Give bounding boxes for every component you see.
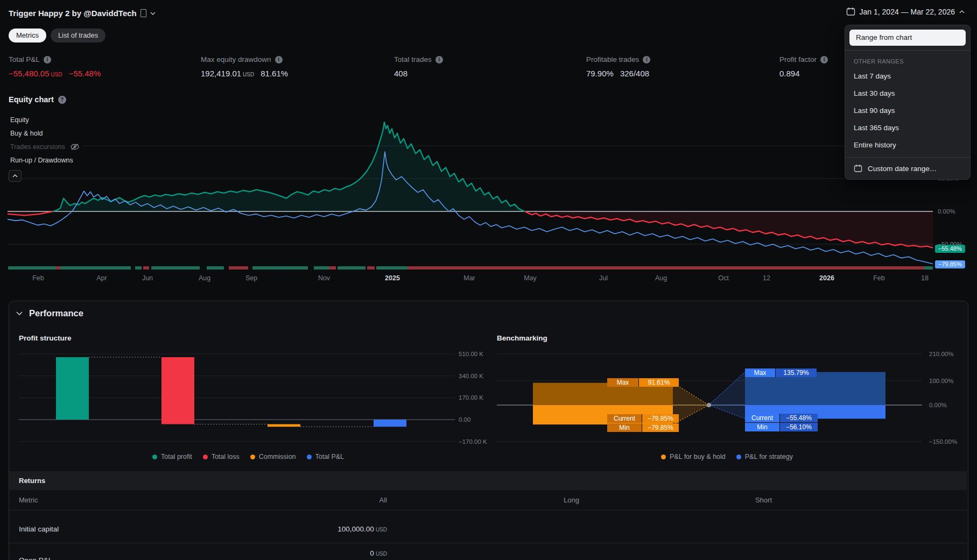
metric-currency: USD [243,72,254,77]
dropdown-divider [845,50,970,51]
dropdown-divider [845,157,970,158]
value: 100,000.00 [338,525,374,533]
profit-structure-title: Profit structure [19,334,72,342]
returns-title: Returns [19,471,967,490]
dropdown-item-last-365-days[interactable]: Last 365 days [845,119,970,137]
chevron-up-icon [959,10,965,13]
legend-label: Commission [259,453,296,460]
dropdown-item-last-30-days[interactable]: Last 30 days [845,85,970,102]
svg-text:0.00%: 0.00% [938,208,955,215]
lock-icon [140,9,146,17]
legend-label: Total profit [161,453,192,460]
col-header-all: All [226,496,387,504]
collapse-legend-button[interactable] [9,170,22,182]
legend-label: P&L for buy & hold [670,453,726,460]
performance-card [9,301,968,560]
value: 0 [370,549,374,557]
unit: USD [376,527,387,533]
calendar-icon [846,7,855,16]
chip-value: −79.85% [642,414,679,423]
svg-text:Aug: Aug [655,274,667,282]
metric-total-pnl: Total P&Li −55,480.05USD−55.48% [9,55,101,78]
metric-label: Profit factor [779,55,817,63]
performance-section-header[interactable]: Performance [16,308,83,318]
metric-value: 192,419.01 [201,69,241,78]
total-profit-dot [152,455,157,459]
buyhold-dot [661,455,666,459]
dropdown-item-custom-date-range[interactable]: Custom date range… [845,159,970,176]
row-initial-capital-label: Initial capital [19,525,59,533]
dropdown-item-last-7-days[interactable]: Last 7 days [845,68,970,85]
benchmark-buyhold-current-chip: Current −79.85% [607,414,679,423]
chevron-down-icon[interactable] [150,12,156,15]
row-open-pnl-value: 0USD [226,549,387,557]
svg-text:Nov: Nov [318,274,331,282]
legend-label: Trades excursions [10,143,65,151]
legend-item-runup-drawdowns[interactable]: Run-up / Drawdowns [8,156,76,165]
performance-title: Performance [29,308,83,318]
table-divider [9,543,967,543]
metric-profit-factor: Profit factori 0.894 [779,55,828,78]
benchmarking-legend: P&L for buy & hold P&L for strategy [661,453,793,460]
col-header-short: Short [610,496,772,504]
svg-text:Jul: Jul [599,274,608,282]
chip-value: 135.79% [776,368,817,377]
svg-text:May: May [524,274,537,282]
strategy-title-row: Trigger Happy 2 by @DaviddTech [9,9,156,18]
chip-value: −56.10% [780,423,818,431]
metric-profitable-trades: Profitable tradesi 79.90%326/408 [586,55,650,78]
chevron-up-icon [12,174,18,178]
metric-extra: 81.61% [261,69,288,78]
date-range-selector[interactable]: Jan 1, 2024 — Mar 22, 2026 [846,7,965,16]
legend-label: Equity [10,116,29,124]
tab-metrics[interactable]: Metrics [9,29,46,42]
metric-value: 0.894 [779,69,800,78]
chip-label: Current [607,414,642,423]
svg-text:Jun: Jun [142,274,153,282]
total-loss-dot [203,455,208,459]
info-icon[interactable]: i [643,56,650,63]
metric-total-trades: Total tradesi 408 [394,55,443,78]
svg-text:Sep: Sep [245,274,257,282]
commission-dot [250,455,255,459]
date-range-dropdown: Range from chart OTHER RANGES Last 7 day… [845,25,971,180]
legend-item-equity[interactable]: Equity [8,116,32,124]
metric-max-drawdown: Max equity drawdowni 192,419.01USD81.61% [201,55,288,78]
svg-text:12: 12 [763,274,770,282]
chip-value: 91.61% [639,378,679,387]
chip-label: Max [745,368,776,377]
legend-label: Total P&L [315,453,345,460]
equity-current-badge: −55.48% [935,245,965,253]
equity-chart: 50.00%0.00%−50.00%FebAprJunAugSepNov2025… [0,108,977,285]
tab-list-of-trades[interactable]: List of trades [51,29,106,42]
info-icon[interactable]: i [435,56,443,63]
info-icon[interactable]: i [275,56,283,63]
metric-value: 408 [394,69,407,78]
legend-item-buy-hold[interactable]: Buy & hold [8,129,45,138]
benchmark-strategy-max-chip: Max 135.79% [745,368,817,377]
legend-label: Buy & hold [10,130,43,137]
total-pnl-dot [307,455,312,459]
dropdown-item-range-from-chart[interactable]: Range from chart [849,30,966,46]
strategy-title: Trigger Happy 2 by @DaviddTech [9,9,137,18]
table-divider [9,510,967,511]
svg-text:2025: 2025 [385,274,400,282]
dropdown-item-last-90-days[interactable]: Last 90 days [845,102,970,119]
legend-item-trades-excursions[interactable]: Trades excursions [8,143,82,151]
buyhold-current-badge: −79.85% [935,260,965,268]
benchmarking-title: Benchmarking [497,334,547,342]
svg-text:Feb: Feb [873,274,885,282]
help-icon[interactable]: ? [58,96,66,104]
info-icon[interactable]: i [44,56,51,63]
svg-text:Mar: Mar [463,274,475,282]
equity-chart-title-text: Equity chart [9,95,54,104]
dropdown-item-entire-history[interactable]: Entire history [845,137,970,154]
benchmark-strategy-current-chip: Current −55.48% [745,414,818,422]
info-icon[interactable]: i [820,56,828,63]
metric-extra: 326/408 [620,69,649,78]
svg-text:2026: 2026 [819,274,834,282]
chevron-down-icon [16,311,23,315]
legend-label: P&L for strategy [745,453,793,460]
eye-off-icon [70,143,80,151]
metric-label: Total trades [394,55,432,63]
